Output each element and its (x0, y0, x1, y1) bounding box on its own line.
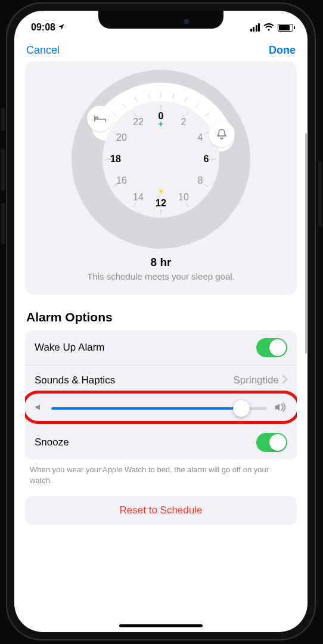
dial-ticks (72, 70, 250, 249)
sounds-haptics-label: Sounds & Haptics (35, 374, 115, 386)
done-button[interactable]: Done (269, 44, 296, 57)
volume-thumb[interactable] (233, 400, 250, 417)
bed-icon (94, 114, 107, 123)
wake-up-alarm-toggle[interactable] (256, 338, 287, 357)
notch (98, 11, 223, 29)
alarm-note: When you wear your Apple Watch to bed, t… (25, 460, 297, 485)
screen: 09:08 Cancel Done (14, 11, 308, 632)
status-right (250, 23, 294, 32)
dial-hour: 18 (110, 154, 121, 165)
alarm-options-title: Alarm Options (26, 310, 296, 324)
svg-line-10 (186, 112, 188, 116)
nav-bar: Cancel Done (14, 37, 308, 61)
dial-hour: 14 (133, 192, 144, 203)
sun-icon: ☀︎ (157, 187, 165, 196)
volume-slider[interactable] (51, 400, 267, 417)
dial-hour: 2 (181, 117, 187, 128)
dial-hour: 8 (198, 175, 203, 186)
svg-line-14 (186, 203, 188, 207)
dial-hour: 4 (198, 132, 203, 143)
sounds-haptics-row[interactable]: Sounds & Haptics Springtide (25, 365, 297, 395)
sleep-dial-card: 0 2 4 6 8 10 12 14 16 18 20 22 ✦ ☀︎ 8 hr… (25, 61, 297, 295)
dial-hour: 12 (156, 198, 166, 209)
sleep-dial[interactable]: 0 2 4 6 8 10 12 14 16 18 20 22 ✦ ☀︎ (72, 70, 250, 249)
dial-hour: 10 (178, 192, 189, 203)
bell-icon (216, 128, 227, 140)
dial-hour: 6 (204, 154, 209, 165)
cellular-icon (250, 23, 260, 32)
speaker-low-icon (35, 402, 44, 415)
reset-group: Reset to Schedule (25, 496, 297, 525)
wake-up-alarm-row: Wake Up Alarm (25, 330, 297, 365)
reset-to-schedule-button[interactable]: Reset to Schedule (25, 496, 297, 525)
dial-hour: 20 (116, 132, 127, 143)
svg-line-11 (204, 132, 209, 134)
chevron-right-icon (282, 374, 287, 386)
alarm-options-group: Wake Up Alarm Sounds & Haptics Springtid… (25, 330, 297, 460)
battery-icon (278, 24, 293, 32)
wifi-icon (263, 23, 274, 32)
phone-frame: 09:08 Cancel Done (6, 2, 316, 640)
sparkle-icon: ✦ (157, 119, 164, 129)
bedtime-handle[interactable] (87, 106, 113, 132)
status-time-wrap: 09:08 (31, 22, 65, 33)
svg-line-20 (133, 112, 136, 116)
cancel-button[interactable]: Cancel (26, 44, 60, 57)
home-indicator[interactable] (119, 624, 203, 627)
scroll-indicator[interactable] (305, 133, 307, 354)
svg-line-13 (204, 184, 209, 187)
status-time: 09:08 (31, 22, 55, 32)
svg-line-16 (133, 203, 136, 207)
dial-hour: 22 (133, 117, 144, 128)
wake-handle[interactable] (209, 121, 235, 147)
sleep-goal-text: This schedule meets your sleep goal. (25, 271, 297, 281)
snooze-label: Snooze (35, 436, 69, 448)
dial-hour: 16 (116, 175, 127, 186)
location-icon (58, 22, 65, 33)
speaker-high-icon (274, 402, 287, 416)
snooze-row: Snooze (25, 425, 297, 460)
snooze-toggle[interactable] (256, 433, 287, 452)
sounds-haptics-value: Springtide (233, 374, 279, 386)
content: 0 2 4 6 8 10 12 14 16 18 20 22 ✦ ☀︎ 8 hr… (14, 61, 308, 617)
wake-up-alarm-label: Wake Up Alarm (35, 342, 104, 354)
volume-row (25, 395, 297, 425)
sleep-duration: 8 hr (25, 256, 297, 269)
